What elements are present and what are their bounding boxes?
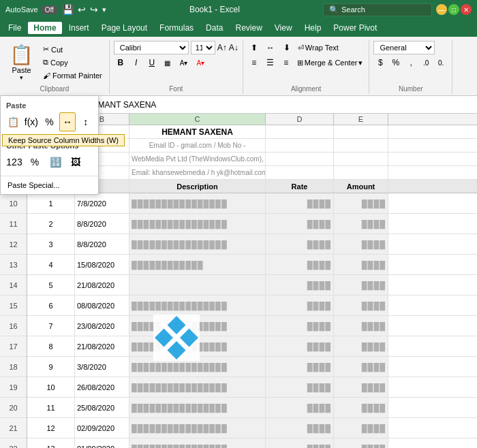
cell-sr-15[interactable]: 6 (27, 295, 75, 315)
align-left-button[interactable]: ≡ (247, 56, 261, 69)
cell-desc-22[interactable]: ████████████████ (129, 438, 266, 448)
align-middle-button[interactable]: ↔ (263, 41, 278, 54)
cell-c-company[interactable]: WebMedia Pvt Ltd (TheWindowsClub.com), O… (129, 153, 266, 165)
undo-icon[interactable]: ↩ (78, 4, 86, 15)
menu-view[interactable]: View (269, 22, 298, 34)
cell-rate-22[interactable]: ████ (266, 438, 334, 448)
cell-desc-11[interactable]: ████████████████ (129, 214, 266, 234)
cell-rate-11[interactable]: ████ (266, 214, 334, 234)
minimize-button[interactable]: — (436, 4, 447, 15)
font-family-dropdown[interactable]: Calibri (114, 41, 189, 54)
cell-date-12[interactable]: 8/8/2020 (75, 234, 129, 254)
cell-d-email2[interactable] (266, 166, 334, 179)
formula-content[interactable]: HEMANT SAXENA (87, 100, 474, 110)
cell-desc-14[interactable] (129, 275, 266, 295)
cell-d-rate[interactable]: Rate (266, 180, 334, 193)
paste-values-button[interactable]: 123 (5, 153, 24, 172)
autosave-group[interactable]: AutoSave Off (5, 5, 58, 14)
cell-desc-20[interactable]: ████████████████ (129, 398, 266, 417)
cell-desc-19[interactable]: ████████████████ (129, 377, 266, 397)
percent-button[interactable]: % (388, 56, 403, 69)
cell-sr-22[interactable]: 13 (27, 438, 75, 448)
cell-sr-20[interactable]: 11 (27, 398, 75, 417)
cell-rate-13[interactable]: ████ (266, 255, 334, 274)
cell-amount-22[interactable]: ████ (334, 438, 388, 448)
paste-option-4-keep-width[interactable]: ↔ (59, 112, 76, 131)
cell-e-amount[interactable]: Amount (334, 180, 388, 193)
row-num-10[interactable]: 10 (0, 193, 27, 214)
cell-sr-11[interactable]: 2 (27, 214, 75, 234)
cell-sr-12[interactable]: 3 (27, 234, 75, 254)
search-box[interactable]: 🔍 Search (323, 3, 432, 16)
cell-desc-13[interactable]: ████████████ (129, 255, 266, 274)
paste-picture-button[interactable]: 🖼 (66, 153, 85, 172)
cell-date-20[interactable]: 25/08/2020 (75, 398, 129, 417)
cell-amount-17[interactable]: ████ (334, 336, 388, 356)
cell-rate-16[interactable]: ████ (266, 316, 334, 336)
cell-amount-15[interactable]: ████ (334, 295, 388, 315)
autosave-toggle[interactable]: Off (41, 5, 58, 14)
menu-review[interactable]: Review (230, 22, 267, 34)
row-num-14[interactable]: 14 (0, 275, 27, 295)
row-num-16[interactable]: 16 (0, 316, 27, 336)
cell-rate-17[interactable]: ████ (266, 336, 334, 356)
wrap-text-button[interactable]: ⏎ Wrap Text (296, 43, 341, 53)
cell-amount-12[interactable]: ████ (334, 234, 388, 254)
row-num-21[interactable]: 21 (0, 418, 27, 438)
paste-option-1[interactable]: 📋 (5, 112, 22, 131)
cell-amount-16[interactable]: ████ (334, 316, 388, 336)
cell-date-16[interactable]: 23/08/2020 (75, 316, 129, 336)
cell-amount-19[interactable]: ████ (334, 377, 388, 397)
maximize-button[interactable]: □ (448, 4, 459, 15)
paste-special-button[interactable]: Paste Special... (1, 179, 98, 191)
cell-desc-21[interactable]: ████████████████ (129, 418, 266, 438)
paste-values-src-button[interactable]: 🔢 (46, 153, 65, 172)
row-num-12[interactable]: 12 (0, 234, 27, 255)
paste-option-5[interactable]: ↕ (77, 112, 94, 131)
cell-d-email[interactable] (266, 139, 334, 152)
cell-sr-21[interactable]: 12 (27, 418, 75, 438)
cell-date-13[interactable]: 15/08/2020 (75, 255, 129, 274)
cell-e-email[interactable] (334, 139, 388, 152)
paste-dropdown-arrow[interactable]: ▾ (20, 74, 23, 81)
menu-file[interactable]: File (3, 22, 27, 34)
cell-date-10[interactable]: 7/8/2020 (75, 193, 129, 213)
cell-rate-10[interactable]: ████ (266, 193, 334, 213)
merge-dropdown-icon[interactable]: ▾ (358, 59, 363, 67)
row-num-20[interactable]: 20 (0, 398, 27, 418)
cell-amount-20[interactable]: ████ (334, 398, 388, 417)
cell-desc-12[interactable]: ████████████████ (129, 234, 266, 254)
copy-button[interactable]: ⧉ Copy (40, 57, 105, 69)
cell-date-15[interactable]: 08/08/2020 (75, 295, 129, 315)
italic-button[interactable]: I (129, 56, 143, 69)
cell-rate-14[interactable]: ████ (266, 275, 334, 295)
paste-values-fmt-button[interactable]: % (25, 153, 44, 172)
cell-rate-15[interactable]: ████ (266, 295, 334, 315)
customize-icon[interactable]: ▾ (102, 5, 106, 14)
menu-page-layout[interactable]: Page Layout (96, 22, 153, 34)
underline-button[interactable]: U (145, 56, 159, 69)
menu-data[interactable]: Data (200, 22, 228, 34)
paste-button[interactable]: 📋 Paste ▾ (4, 41, 39, 84)
close-button[interactable]: ✕ (461, 4, 472, 15)
col-header-c[interactable]: C (129, 114, 266, 125)
cell-date-14[interactable]: 21/08/2020 (75, 275, 129, 295)
cell-amount-21[interactable]: ████ (334, 418, 388, 438)
increase-decimal-button[interactable]: .0 (419, 56, 433, 69)
align-center-button[interactable]: ☰ (263, 56, 277, 69)
fill-color-button[interactable]: A▾ (176, 56, 191, 69)
menu-help[interactable]: Help (299, 22, 327, 34)
cell-d-company[interactable] (266, 153, 334, 165)
paste-option-2[interactable]: f(x) (23, 112, 40, 131)
paste-option-3[interactable]: % (41, 112, 58, 131)
decrease-decimal-button[interactable]: 0. (434, 56, 448, 69)
align-top-button[interactable]: ⬆ (247, 41, 261, 54)
cell-sr-19[interactable]: 10 (27, 377, 75, 397)
currency-button[interactable]: $ (373, 56, 387, 69)
cell-sr-14[interactable]: 5 (27, 275, 75, 295)
font-color-button[interactable]: A▾ (193, 56, 208, 69)
merge-center-button[interactable]: ⊞ Merge & Center ▾ (295, 58, 365, 68)
row-num-19[interactable]: 19 (0, 377, 27, 398)
cell-c-name[interactable]: HEMANT SAXENA (129, 125, 266, 138)
cell-c-email[interactable]: Email ID - gmail.com / Mob No - (129, 139, 266, 152)
